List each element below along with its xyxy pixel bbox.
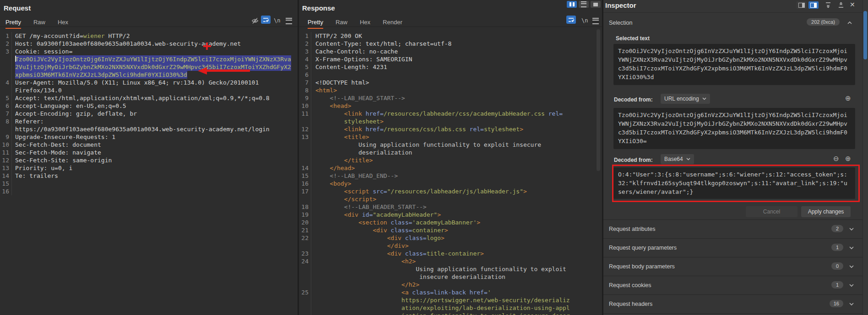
word-wrap-toggle-button[interactable] bbox=[261, 16, 271, 24]
request-code-line[interactable]: 2VuIjtzOjMyOiJrbGZybnZkMXo2NXN5NXVxdDk0d… bbox=[0, 63, 298, 71]
inspector-section-row[interactable]: Response headers4 bbox=[603, 313, 863, 315]
decoded-from-select[interactable]: URL encoding bbox=[661, 94, 710, 104]
expand-all-button[interactable] bbox=[825, 2, 831, 8]
request-code-line[interactable]: 3Cookie: session= bbox=[0, 48, 298, 55]
inspector-scrollbar-thumb[interactable] bbox=[863, 11, 867, 59]
request-code-line[interactable]: 14Te: trailers bbox=[0, 172, 298, 180]
request-code-line[interactable]: Firefox/134.0 bbox=[0, 86, 298, 94]
word-wrap-toggle-button[interactable] bbox=[566, 16, 576, 24]
layout-rows-button[interactable] bbox=[579, 1, 589, 8]
add-decoding-layer-button[interactable]: ⊕ bbox=[845, 155, 851, 162]
response-code-line[interactable]: insecure deserialization bbox=[299, 273, 602, 281]
dock-left-icon bbox=[798, 3, 805, 8]
response-code-line[interactable]: 11 <link href=/resources/labheader/css/a… bbox=[299, 110, 602, 117]
request-code-line[interactable]: 9Upgrade-Insecure-Requests: 1 bbox=[0, 133, 298, 141]
response-code-line[interactable]: 8<html> bbox=[299, 86, 602, 94]
cancel-button[interactable]: Cancel bbox=[746, 206, 797, 217]
decoded-from-select[interactable]: Base64 bbox=[661, 154, 694, 164]
line-number: 23 bbox=[299, 250, 311, 257]
line-number bbox=[299, 281, 311, 288]
hide-selection-eye-slash-icon[interactable] bbox=[251, 17, 259, 24]
request-code-line[interactable]: 5Accept: text/html,application/xhtml+xml… bbox=[0, 94, 298, 102]
request-code-line[interactable]: 4User-Agent: Mozilla/5.0 (X11; Linux x86… bbox=[0, 79, 298, 86]
response-code-line[interactable]: 18 <!--LAB_HEADER_START--> bbox=[299, 203, 602, 211]
response-code-line[interactable]: 1HTTP/2 200 OK bbox=[299, 32, 602, 40]
add-decoding-layer-button[interactable]: ⊕ bbox=[845, 95, 851, 101]
response-code-line[interactable]: 16 <body> bbox=[299, 180, 602, 187]
response-code-line[interactable]: 14 </head> bbox=[299, 164, 602, 172]
request-code-line[interactable]: xpbmsiO3M6MTk6InVzZXJzL3dpZW5lci9hdmF0YX… bbox=[0, 71, 298, 79]
response-code-line[interactable]: 3Cache-Control: no-cache bbox=[299, 48, 602, 55]
request-code-line[interactable]: 15 bbox=[0, 180, 298, 187]
response-code-line[interactable]: </div> bbox=[299, 242, 602, 250]
response-code-line[interactable]: 10 <head> bbox=[299, 102, 602, 110]
selected-text-box[interactable]: Tzo0OiJVc2VyIjozOntzOjg6InVzZXJuYW1lIjtz… bbox=[613, 44, 855, 85]
apply-changes-button[interactable]: Apply changes bbox=[801, 206, 851, 217]
response-code-line[interactable]: </h2> bbox=[299, 281, 602, 288]
response-code-line[interactable]: 4X-Frame-Options: SAMEORIGIN bbox=[299, 55, 602, 63]
layout-columns-button[interactable] bbox=[567, 1, 577, 8]
response-code-line[interactable]: stylesheet> bbox=[299, 117, 602, 125]
response-code-line[interactable]: 5Content-Length: 4231 bbox=[299, 63, 602, 71]
response-code-line[interactable]: 13 <title> bbox=[299, 133, 602, 141]
response-code-line[interactable]: 9 <!--LAB_HEAD_START--> bbox=[299, 94, 602, 102]
response-code-line[interactable]: 7<!DOCTYPE html> bbox=[299, 79, 602, 86]
selection-collapse-chevron-icon[interactable] bbox=[847, 21, 852, 25]
layout-single-button[interactable] bbox=[591, 1, 601, 8]
response-code-line[interactable]: 12 <link href=/resources/css/labs.css re… bbox=[299, 125, 602, 133]
request-code-line[interactable]: 12Sec-Fetch-Site: same-origin bbox=[0, 156, 298, 164]
response-code-line[interactable]: 15 <!--LAB_HEAD_END--> bbox=[299, 172, 602, 180]
request-code-line[interactable]: 10Sec-Fetch-Dest: document bbox=[0, 141, 298, 149]
response-code-line[interactable]: </script> bbox=[299, 195, 602, 203]
response-panel-title: Response bbox=[302, 4, 335, 12]
request-code-line[interactable]: 2Host: 0a9300f103aee0f680e9635a001a0034.… bbox=[0, 40, 298, 48]
request-code-line[interactable]: 16 bbox=[0, 187, 298, 195]
request-code-line[interactable]: https://0a9300f103aee0f680e9635a001a0034… bbox=[0, 125, 298, 133]
response-scrollbar-thumb[interactable] bbox=[597, 29, 600, 171]
response-code-line[interactable]: deserialization bbox=[299, 149, 602, 156]
inspector-dock-left-button[interactable] bbox=[797, 1, 807, 9]
editor-menu-button[interactable] bbox=[286, 18, 292, 24]
remove-decoding-layer-button[interactable]: ⊖ bbox=[833, 155, 839, 162]
request-code-line[interactable]: Tzo0OiJVc2VyIjozOntzOjg6InVzZXJuYW1lIjtz… bbox=[0, 55, 298, 63]
inspector-dock-right-button[interactable] bbox=[808, 1, 819, 9]
request-code-line[interactable]: 7Accept-Encoding: gzip, deflate, br bbox=[0, 110, 298, 117]
response-editor[interactable]: 1HTTP/2 200 OK2Content-Type: text/html; … bbox=[299, 27, 602, 315]
request-code-line[interactable]: 8Referer: bbox=[0, 117, 298, 125]
response-code-line[interactable]: ation/exploiting/lab-deserialization-usi… bbox=[299, 304, 602, 312]
request-code-line[interactable]: 13Priority: u=0, i bbox=[0, 164, 298, 172]
response-code-line[interactable]: 19 <div id="academyLabHeader"> bbox=[299, 211, 602, 219]
request-editor[interactable]: 1GET /my-account?id=wiener HTTP/22Host: … bbox=[0, 27, 298, 195]
response-code-line[interactable]: ication-functionality-to-exploit-insecur… bbox=[299, 312, 602, 315]
inspector-section-row[interactable]: Request headers16 bbox=[603, 294, 863, 313]
request-code-line[interactable]: 1GET /my-account?id=wiener HTTP/2 bbox=[0, 32, 298, 40]
request-code-line[interactable]: 6Accept-Language: en-US,en;q=0.5 bbox=[0, 102, 298, 110]
response-code-line[interactable]: Using application functionality to explo… bbox=[299, 265, 602, 273]
collapse-all-button[interactable] bbox=[838, 2, 844, 8]
show-newlines-toggle[interactable]: \n bbox=[581, 17, 588, 24]
inspector-section-row[interactable]: Request cookies1 bbox=[603, 276, 863, 294]
response-code-line[interactable]: 17 <script src="/resources/labheader/js/… bbox=[299, 187, 602, 195]
url-decoded-box[interactable]: Tzo0OiJVc2VyIjozOntzOjg6InVzZXJuYW1lIjtz… bbox=[613, 108, 855, 149]
inspector-section-row[interactable]: Request attributes2 bbox=[603, 219, 863, 238]
response-code-line[interactable]: https://portswigger.net/web-security/des… bbox=[299, 296, 602, 304]
response-code-line[interactable]: 25 <a class=link-back href=' bbox=[299, 288, 602, 296]
response-code-line[interactable]: </title> bbox=[299, 156, 602, 164]
rows-icon bbox=[581, 1, 586, 7]
response-code-line[interactable]: Using application functionality to explo… bbox=[299, 141, 602, 149]
response-code-line[interactable]: 20 <section class='academyLabBanner'> bbox=[299, 219, 602, 226]
request-code-line[interactable]: 11Sec-Fetch-Mode: navigate bbox=[0, 149, 298, 156]
inspector-close-button[interactable]: ✕ bbox=[850, 1, 855, 8]
response-code-line[interactable]: 21 <div class=container> bbox=[299, 226, 602, 234]
show-newlines-toggle[interactable]: \n bbox=[274, 17, 280, 24]
response-code-line[interactable]: 24 <h2> bbox=[299, 257, 602, 265]
response-code-line[interactable]: 22 <div class=logo> bbox=[299, 234, 602, 242]
editor-menu-button[interactable] bbox=[592, 18, 599, 24]
section-label: Request attributes bbox=[609, 226, 655, 232]
inspector-section-row[interactable]: Request query parameters1 bbox=[603, 238, 863, 257]
response-code-line[interactable]: 6 bbox=[299, 71, 602, 79]
inspector-section-row[interactable]: Request body parameters0 bbox=[603, 257, 863, 276]
line-number: 24 bbox=[299, 257, 311, 265]
response-code-line[interactable]: 23 <div class=title-container> bbox=[299, 250, 602, 257]
response-code-line[interactable]: 2Content-Type: text/html; charset=utf-8 bbox=[299, 40, 602, 48]
